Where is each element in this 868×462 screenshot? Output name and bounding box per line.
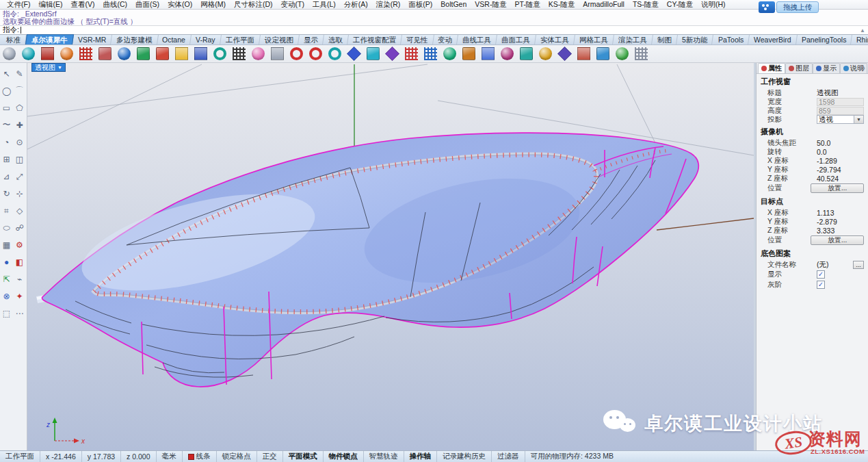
left-toolbar-icon[interactable]: ⤢ [13, 168, 26, 185]
panel-tab[interactable]: 图层 [785, 63, 813, 73]
status-cell[interactable]: 物件锁点 [324, 451, 364, 462]
toolbar-icon[interactable] [424, 47, 437, 60]
toolbar-tab[interactable]: 5新功能 [676, 35, 713, 44]
toolbar-tab[interactable]: 曲面工具 [496, 35, 536, 44]
status-cell[interactable]: 毫米 [157, 451, 183, 462]
panel-tab[interactable]: 属性 [758, 63, 785, 73]
camera-place-button[interactable]: 放置... [811, 183, 864, 193]
toolbar-icon[interactable] [60, 47, 73, 60]
toolbar-icon[interactable] [213, 47, 226, 60]
toolbar-tab[interactable]: 实体工具 [535, 35, 575, 44]
left-toolbar-icon[interactable]: ◔ [0, 133, 13, 151]
toolbar-tab[interactable]: PanelingTools [796, 35, 852, 44]
gear-icon[interactable]: ⚙ [860, 65, 867, 72]
projection-dropdown[interactable]: 透视 ▼ [817, 115, 864, 124]
status-cell[interactable]: 平面模式 [283, 451, 324, 462]
toolbar-tab[interactable]: 网格工具 [574, 35, 614, 44]
menu-item[interactable]: 说明(H) [697, 0, 730, 9]
property-value[interactable]: -1.289 [817, 157, 864, 165]
left-toolbar-icon[interactable]: ⊿ [0, 168, 13, 185]
status-cell[interactable]: y 17.783 [82, 451, 121, 462]
status-cell[interactable]: 线条 [183, 451, 217, 462]
left-toolbar-icon[interactable]: ⌗ [0, 202, 13, 219]
property-value[interactable]: -29.794 [817, 166, 864, 174]
menu-item[interactable]: CY-随意 [663, 0, 697, 9]
status-cell[interactable]: 记录建构历史 [437, 451, 492, 462]
property-value[interactable]: 0.0 [817, 148, 864, 156]
toolbar-tab[interactable]: 制图 [652, 35, 678, 44]
toolbar-tab[interactable]: PaTools [713, 35, 750, 44]
dropdown-arrow-icon[interactable]: ▼ [854, 116, 863, 123]
toolbar-tab[interactable]: 多边形建模 [111, 35, 158, 44]
toolbar-tab[interactable]: 变动 [432, 35, 458, 44]
left-toolbar-icon[interactable]: ✦ [13, 287, 26, 305]
browse-button[interactable]: ... [853, 261, 864, 269]
toolbar-icon[interactable] [385, 47, 399, 61]
toolbar-icon[interactable] [271, 47, 284, 60]
toolbar-tab[interactable]: 工作平面 [220, 35, 261, 44]
menu-item[interactable]: PT-随意 [510, 0, 544, 9]
toolbar-icon[interactable] [577, 47, 590, 60]
menu-item[interactable]: 曲面(S) [131, 0, 163, 9]
toolbar-icon[interactable] [482, 47, 495, 60]
toolbar-icon[interactable] [3, 47, 16, 60]
left-toolbar-icon[interactable]: ◧ [13, 253, 26, 270]
viewport-title[interactable]: 透视图 ▼ [31, 63, 66, 72]
toolbar-tab[interactable]: 可见性 [401, 35, 434, 44]
menu-item[interactable]: 编辑(E) [34, 0, 66, 9]
toolbar-tab[interactable]: RhinoGold [851, 35, 868, 44]
property-value[interactable]: 1.113 [817, 209, 864, 217]
toolbar-icon[interactable] [118, 47, 131, 60]
left-toolbar-icon[interactable]: ⌒ [13, 82, 26, 99]
menu-item[interactable]: 文件(F) [3, 0, 34, 9]
toolbar-icon[interactable] [194, 47, 207, 60]
menu-item[interactable]: KS-随意 [544, 0, 579, 9]
toolbar-icon[interactable] [137, 47, 150, 60]
target-place-button[interactable]: 放置... [811, 235, 864, 245]
left-toolbar-icon[interactable]: ⊹ [13, 185, 26, 202]
show-checkbox[interactable]: ✓ [817, 270, 825, 279]
toolbar-icon[interactable] [79, 47, 92, 60]
property-value[interactable]: 1598 [817, 98, 864, 106]
toolbar-icon[interactable] [98, 47, 111, 60]
left-toolbar-icon[interactable]: ⬚ [0, 305, 13, 322]
toolbar-icon[interactable] [635, 47, 648, 60]
toolbar-icon[interactable] [520, 47, 533, 60]
viewport-canvas[interactable]: z x [27, 63, 754, 450]
toolbar-icon[interactable] [252, 47, 265, 60]
menu-item[interactable]: 工具(L) [308, 0, 340, 9]
toolbar-icon[interactable] [501, 47, 514, 60]
toolbar-icon[interactable] [41, 47, 54, 60]
left-toolbar-icon[interactable]: ▦ [0, 236, 13, 253]
left-toolbar-icon[interactable]: ⇱ [0, 270, 13, 287]
menu-item[interactable]: ArmadilloFull [579, 0, 629, 9]
toolbar-tab[interactable]: Octane [157, 35, 192, 44]
toolbar-icon[interactable] [367, 47, 380, 60]
toolbar-icon[interactable] [616, 47, 629, 60]
left-toolbar-icon[interactable]: ⬠ [13, 99, 26, 116]
toolbar-icon[interactable] [539, 47, 552, 60]
menu-item[interactable]: TS-随意 [629, 0, 663, 9]
menu-item[interactable]: BoltGen [436, 0, 471, 9]
toolbar-tab[interactable]: VSR-MR [73, 35, 112, 44]
panel-tab[interactable]: 显示 [813, 63, 840, 73]
toolbar-icon[interactable] [156, 47, 169, 60]
toolbar-icon[interactable] [557, 47, 572, 61]
toolbar-tab[interactable]: 工作视窗配置 [347, 35, 402, 44]
toolbar-icon[interactable] [22, 47, 35, 60]
menu-item[interactable]: 面板(P) [404, 0, 436, 9]
left-toolbar-icon[interactable]: ✎ [13, 65, 26, 82]
viewport-perspective[interactable]: 透视图 ▼ [27, 63, 754, 450]
gray-checkbox[interactable]: ✓ [817, 281, 825, 289]
toolbar-icon[interactable] [175, 47, 188, 60]
status-cell[interactable]: 锁定格点 [217, 451, 257, 462]
toolbar-icon[interactable] [290, 47, 303, 60]
menu-item[interactable]: 曲线(C) [98, 0, 131, 9]
left-toolbar-icon[interactable]: 〜 [0, 116, 13, 133]
toolbar-icon[interactable] [309, 47, 322, 60]
status-cell[interactable]: 正交 [257, 451, 283, 462]
status-cell[interactable]: x -21.446 [40, 451, 82, 462]
status-cell[interactable]: 操作轴 [404, 451, 438, 462]
menu-item[interactable]: 渲染(R) [372, 0, 405, 9]
toolbar-tab[interactable]: 卓尔谟犀牛 [25, 34, 74, 44]
